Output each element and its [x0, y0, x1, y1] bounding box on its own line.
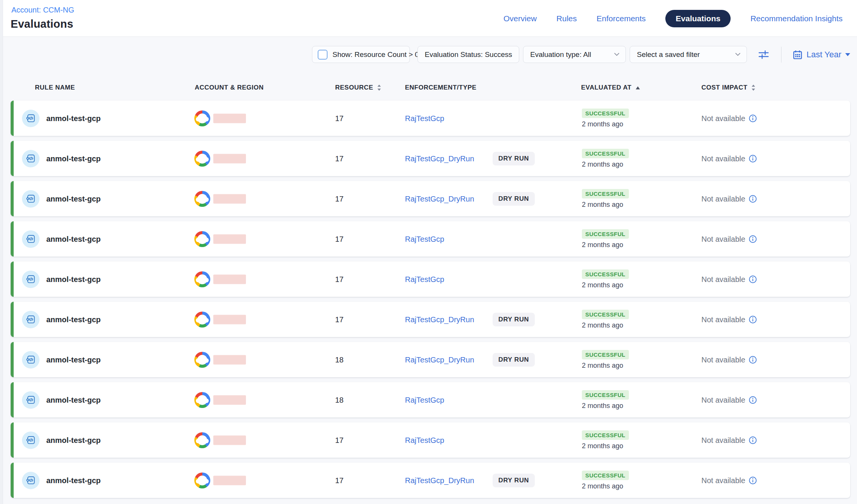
tab-evaluations-active[interactable]: Evaluations [665, 10, 731, 27]
rule-name: anmol-test-gcp [46, 315, 101, 324]
info-icon[interactable] [749, 275, 757, 283]
evaluation-table-row[interactable]: anmol-test-gcp 17 RajTestGcp SUCCESSFUL … [11, 422, 850, 458]
tab-overview[interactable]: Overview [504, 14, 537, 23]
cost-impact-value: Not available [701, 395, 745, 404]
redacted-account-name [213, 113, 246, 123]
redacted-account-name [213, 435, 246, 445]
redacted-account-name [213, 154, 246, 163]
rule-code-icon [26, 395, 36, 405]
resource-count: 17 [335, 476, 343, 485]
enforcement-link[interactable]: RajTestGcp [405, 395, 444, 404]
gcp-cloud-icon [194, 472, 210, 488]
evaluation-type-dropdown[interactable]: Evaluation type: All [523, 46, 626, 63]
info-icon[interactable] [749, 114, 757, 122]
enforcement-link[interactable]: RajTestGcp_DryRun [405, 154, 474, 163]
tab-enforcements[interactable]: Enforcements [597, 14, 646, 23]
evaluation-table-row[interactable]: anmol-test-gcp 17 RajTestGcp_DryRun DRY … [11, 463, 850, 498]
enforcement-link[interactable]: RajTestGcp [405, 436, 444, 444]
rule-icon-circle [22, 472, 39, 489]
enforcement-link[interactable]: RajTestGcp_DryRun [405, 315, 474, 324]
rule-icon-circle [22, 110, 39, 127]
column-header-evaluated-at[interactable]: EVALUATED AT [581, 84, 640, 91]
evaluation-table-row[interactable]: anmol-test-gcp 17 RajTestGcp SUCCESSFUL … [11, 221, 850, 257]
rule-name: anmol-test-gcp [46, 235, 101, 243]
resource-count-filter-toggle[interactable]: Show: Resource Count > 0 [312, 46, 410, 63]
rule-icon-circle [22, 190, 39, 208]
resource-count: 17 [335, 235, 343, 243]
rule-code-icon [26, 194, 36, 204]
rule-icon-circle [22, 150, 39, 167]
redacted-account-name [213, 355, 246, 364]
evaluated-relative-time: 2 months ago [582, 402, 629, 410]
info-icon[interactable] [749, 154, 757, 162]
status-badge-successful: SUCCESSFUL [582, 430, 629, 440]
cost-impact-cell: Not available [701, 194, 757, 203]
rule-name: anmol-test-gcp [46, 476, 101, 485]
status-badge-successful: SUCCESSFUL [582, 390, 629, 400]
evaluations-page: Account: CCM-NG Evaluations Overview Rul… [0, 0, 857, 504]
evaluation-table-row[interactable]: anmol-test-gcp 17 RajTestGcp_DryRun DRY … [11, 302, 850, 337]
evaluation-table-row[interactable]: anmol-test-gcp 17 RajTestGcp SUCCESSFUL … [11, 261, 850, 297]
info-icon[interactable] [749, 315, 757, 323]
filterbar-divider [781, 47, 781, 63]
info-icon[interactable] [749, 235, 757, 243]
breadcrumb-account-link[interactable]: Account: CCM-NG [11, 6, 74, 14]
info-icon[interactable] [749, 195, 757, 203]
cost-impact-cell: Not available [701, 436, 757, 444]
saved-filter-dropdown[interactable]: Select a saved filter [630, 46, 747, 63]
caret-down-icon [845, 53, 850, 56]
enforcement-link[interactable]: RajTestGcp_DryRun [405, 476, 474, 485]
evaluated-relative-time: 2 months ago [582, 321, 629, 329]
enforcement-link[interactable]: RajTestGcp [405, 235, 444, 243]
column-header-cost-impact[interactable]: COST IMPACT [701, 84, 756, 91]
date-range-picker[interactable]: Last Year [792, 48, 850, 61]
evaluation-table-row[interactable]: anmol-test-gcp 17 RajTestGcp_DryRun DRY … [11, 141, 850, 176]
top-header: Account: CCM-NG Evaluations Overview Rul… [0, 0, 857, 37]
rule-code-icon [26, 435, 36, 445]
calendar-icon [792, 50, 803, 60]
gcp-cloud-icon [194, 110, 210, 126]
filter-panel-button[interactable] [755, 47, 772, 62]
enforcement-link[interactable]: RajTestGcp [405, 114, 444, 123]
info-icon[interactable] [749, 436, 757, 444]
evaluated-relative-time: 2 months ago [582, 362, 629, 370]
rule-name: anmol-test-gcp [46, 395, 101, 404]
cost-impact-value: Not available [701, 235, 745, 243]
tab-recommendation-insights[interactable]: Recommendation Insights [750, 14, 843, 23]
cost-impact-cell: Not available [701, 355, 757, 364]
enforcement-link[interactable]: RajTestGcp [405, 275, 444, 284]
cost-impact-value: Not available [701, 436, 745, 444]
rule-icon-circle [22, 432, 39, 449]
info-icon[interactable] [749, 476, 757, 484]
dry-run-badge: DRY RUN [493, 313, 535, 326]
evaluation-table-row[interactable]: anmol-test-gcp 17 RajTestGcp_DryRun DRY … [11, 181, 850, 216]
info-icon[interactable] [749, 396, 757, 404]
collapsed-sidebar-rail[interactable] [0, 0, 3, 504]
status-badge-successful: SUCCESSFUL [582, 471, 629, 480]
column-header-resource[interactable]: RESOURCE [335, 84, 381, 91]
enforcement-link[interactable]: RajTestGcp_DryRun [405, 355, 474, 364]
chevron-down-icon [614, 53, 619, 56]
cost-impact-value: Not available [701, 275, 745, 284]
redacted-account-name [213, 274, 246, 284]
rule-name: anmol-test-gcp [46, 154, 101, 163]
evaluation-table-row[interactable]: anmol-test-gcp 17 RajTestGcp SUCCESSFUL … [11, 101, 850, 136]
info-icon[interactable] [749, 356, 757, 364]
evaluated-at-cell: SUCCESSFUL 2 months ago [582, 310, 629, 329]
tab-rules[interactable]: Rules [556, 14, 577, 23]
evaluation-status-dropdown[interactable]: Evaluation Status: Success [417, 46, 519, 63]
redacted-account-name [213, 194, 246, 203]
enforcement-link[interactable]: RajTestGcp_DryRun [405, 194, 474, 203]
gcp-cloud-icon [194, 352, 210, 368]
evaluations-table-body: anmol-test-gcp 17 RajTestGcp SUCCESSFUL … [11, 101, 850, 503]
dry-run-badge: DRY RUN [493, 353, 535, 367]
evaluation-table-row[interactable]: anmol-test-gcp 18 RajTestGcp SUCCESSFUL … [11, 382, 850, 417]
resource-count-filter-label: Show: Resource Count > 0 [332, 50, 419, 59]
cost-impact-value: Not available [701, 476, 745, 485]
evaluation-table-row[interactable]: anmol-test-gcp 18 RajTestGcp_DryRun DRY … [11, 342, 850, 377]
rule-name: anmol-test-gcp [46, 355, 101, 364]
column-header-enforcement-type: ENFORCEMENT/TYPE [405, 84, 476, 91]
resource-count-checkbox[interactable] [318, 50, 328, 60]
rule-code-icon [26, 274, 36, 284]
date-range-value: Last Year [807, 50, 841, 60]
